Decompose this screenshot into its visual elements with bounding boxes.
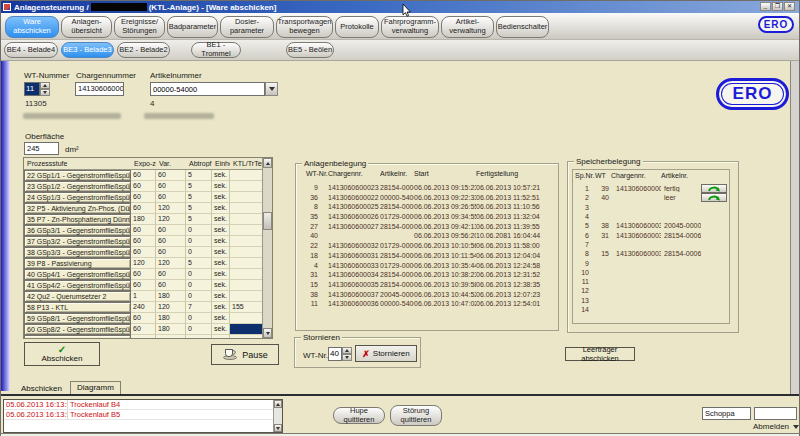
anlagen-cell: 18 [300,252,328,262]
anlagen-cell: 06.06.2013 11:58:00 [476,242,554,252]
oberflaeche-input[interactable]: 245 [24,142,59,155]
close-button[interactable]: ✕ [784,2,795,11]
tab-diagramm[interactable]: Diagramm [70,381,121,395]
toolbar-button-9[interactable]: Artikel- verwaltung [441,16,494,38]
anlagen-cell: 06.06.2013 11:10:56 [476,203,554,213]
storno-wtnr-stepper[interactable]: 40 [328,347,352,361]
process-value-cell: 0 [186,291,212,302]
toolbar-button-2[interactable]: Anlagen- übersicht [61,16,112,38]
toolbar-button-7[interactable]: Protokolle [335,16,379,38]
anlagen-cell: 40 [300,232,328,242]
speicher-spnr-cell: 4 [575,213,595,220]
process-stage-cell[interactable]: 59 GSp8/1 - Gegenstromfließspüle [24,313,131,324]
scroll-up-icon[interactable] [274,400,282,408]
process-stage-cell[interactable] [24,335,131,339]
process-table-scrollbar[interactable] [262,158,272,338]
user-input[interactable]: Schoppa [702,407,751,420]
process-stage-cell[interactable]: 23 GSp1/2 - Gegenstromfließspüle [24,181,131,192]
swap-carrier-icon[interactable] [701,193,727,202]
abschicken-button[interactable]: ✓ Abschicken [24,342,100,366]
process-value-cell: 60 [131,324,156,335]
pause-button[interactable]: Pause [211,344,279,365]
toolbar-button-10[interactable]: Bedienschalter [496,16,549,38]
wt-nummer-stepper[interactable]: 11 [24,82,50,96]
process-stage-cell[interactable]: 58 P13 - KTL [24,302,131,313]
process-value-cell: 180 [156,313,186,324]
table-row: 40 GSp4/1 - Gegenstromfließspüle60600sek… [24,269,272,280]
station-button-3[interactable]: BE2 - Belade2 [117,42,170,58]
process-value-cell: 240 [131,302,156,313]
process-value-cell: sek. [212,181,230,192]
table-row: 15141306060003528154-0006306.06.2013 10:… [300,281,554,291]
process-stage-cell[interactable]: 60 GSp8/2 - Gegenstromfließspüle [24,324,131,335]
process-value-cell: 180 [156,324,186,335]
storno-wtnr-value[interactable]: 40 [328,347,342,361]
station-button-2[interactable]: BE3 - Belade3 [61,42,114,58]
process-stage-cell[interactable]: 39 P8 - Passivierung [24,258,131,269]
speicher-charge-cell: 1413060600034 [611,232,661,239]
leertraeger-button[interactable]: Leerträger abschicken [565,347,635,361]
anlagen-cell: 1413060600022 [328,194,380,204]
toolbar-button-5[interactable]: Dosier- parameter [220,16,274,38]
storno-spin-down-icon[interactable] [342,354,352,361]
minimize-button[interactable]: _ [760,2,771,11]
alarm-row[interactable]: 05.06.2013 16:13:52Trockenlauf B5 [4,410,282,420]
process-col-header: Abtropf [186,158,212,167]
wt-spin-down-icon[interactable] [40,89,50,96]
process-stage-cell[interactable]: 22 GSp1/1 - Gegenstromfließspüle [24,170,131,181]
abmelden-dropdown-icon[interactable] [793,425,799,429]
process-stage-cell[interactable]: 37 GSp3/2 - Gegenstromfließspüle [24,236,131,247]
process-stage-cell[interactable]: 41 GSp4/2 - Gegenstromfließspüle [24,280,131,291]
artikelnummer-combo[interactable]: 00000-54000 [150,82,278,96]
anlagen-cell: 1413060600025 [328,203,380,213]
hupe-quittieren-button[interactable]: Hupe quittieren [333,407,385,424]
process-value-cell: sek. [212,291,230,302]
wt-nummer-value[interactable]: 11 [24,82,40,96]
table-row: 7 [573,240,729,249]
process-stage-cell[interactable]: 40 GSp4/1 - Gegenstromfließspüle [24,269,131,280]
storno-spin-up-icon[interactable] [342,347,352,354]
alarm-row[interactable]: 05.06.2013 16:13:52Trockenlauf B4 [4,400,282,410]
scroll-up-icon[interactable] [263,158,272,168]
scroll-thumb[interactable] [263,212,272,230]
redacted-text [91,3,147,11]
station-button-4[interactable]: BE1 - Trommel [191,42,241,58]
wt-spin-up-icon[interactable] [40,82,50,89]
station-toolbar: BE4 - Belade4BE3 - Belade3BE2 - Belade2B… [1,40,799,61]
process-stage-cell[interactable]: 36 GSp3/1 - Gegenstromfließspüle [24,225,131,236]
toolbar-button-1[interactable]: Ware abschicken [5,16,59,38]
anlagen-cell: 1413060600037 [328,291,380,301]
toolbar-button-4[interactable]: Badparameter [167,16,218,38]
process-value-cell: 5 [186,203,212,214]
message-scrollbar[interactable] [273,400,282,432]
process-stage-cell[interactable]: 42 Qu2 - Querumsetzer 2 [24,291,131,302]
storno-wtnr-label: WT-Nr. [303,351,328,360]
abmelden-control[interactable]: Abmelden [753,422,799,431]
chargennummer-input[interactable]: 1413060600036 [75,82,124,96]
stornieren-button[interactable]: ✗ Stornieren [355,345,417,362]
password-input[interactable] [754,407,797,420]
station-button-1[interactable]: BE4 - Belade4 [4,42,58,58]
process-value-cell: sek. [212,302,230,313]
process-value-cell: 1 [131,291,156,302]
anlagen-cell: 1413060600027 [328,223,380,233]
artikelnummer-value[interactable]: 00000-54000 [150,82,265,96]
process-value-cell: sek. [212,269,230,280]
toolbar-button-6[interactable]: Transportwagen bewegen [276,16,333,38]
combo-dropdown-icon[interactable] [265,82,278,96]
scroll-down-icon[interactable] [274,424,282,432]
stoerung-quittieren-button[interactable]: Störung quittieren [390,405,442,426]
table-row: 41 GSp4/2 - Gegenstromfließspüle60600sek… [24,280,272,291]
swap-carrier-icon[interactable] [701,184,727,193]
process-stage-cell[interactable]: 35 P7 - Zn-Phosphatierung Dünnschicht [24,214,131,225]
process-stage-cell[interactable]: 38 GSp3/3 - Gegenstromfließspüle [24,247,131,258]
toolbar-button-3[interactable]: Ereignisse/ Störungen [114,16,165,38]
station-button-5[interactable]: BE5 - Beölen [286,42,334,58]
chargennummer-label: Chargennummer [76,71,136,80]
process-stage-cell[interactable]: 32 P5 - Aktivierung Zn-Phos. (Dünn/Dick.… [24,203,131,214]
process-value-cell[interactable] [230,324,264,335]
maximize-button[interactable]: ❐ [772,2,783,11]
table-row: 24 GSp1/3 - Gegenstromfließspüle60605sek… [24,192,272,203]
process-stage-cell[interactable]: 24 GSp1/3 - Gegenstromfließspüle [24,192,131,203]
scroll-down-icon[interactable] [263,328,272,338]
